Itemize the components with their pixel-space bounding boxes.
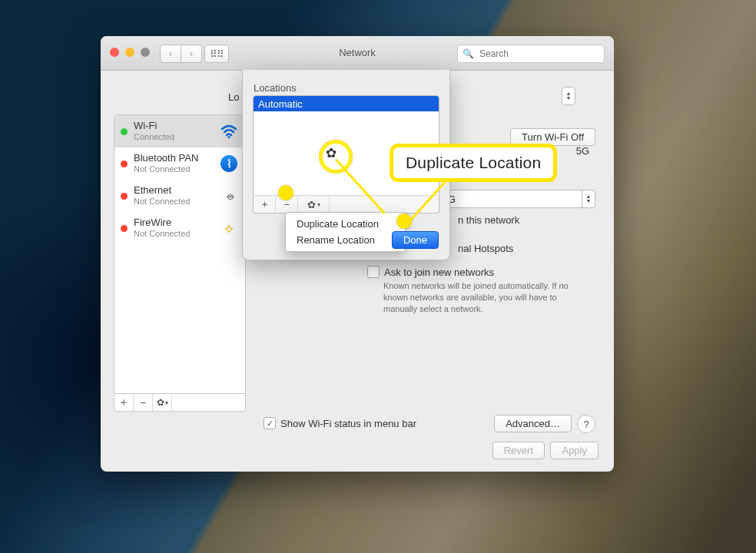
menu-item-duplicate[interactable]: Duplicate Location xyxy=(286,216,405,232)
services-sidebar: Wi-Fi Connected Bluetooth PAN Not Connec… xyxy=(114,114,246,412)
location-actions-menu: Duplicate Location Rename Location xyxy=(285,212,406,252)
status-dot xyxy=(121,193,128,200)
chevron-down-icon: ▾ xyxy=(165,399,168,406)
stepper-icon: ▲▼ xyxy=(582,190,595,207)
show-status-checkbox[interactable]: ✓ xyxy=(264,417,276,429)
search-input[interactable] xyxy=(478,48,599,60)
locations-label: Locations xyxy=(254,82,297,94)
fragment-text: 5G xyxy=(576,145,589,157)
revert-button[interactable]: Revert xyxy=(492,442,545,459)
turn-wifi-off-button[interactable]: Turn Wi-Fi Off xyxy=(510,128,595,146)
status-dot xyxy=(121,128,128,135)
annotation-highlight-dot xyxy=(278,185,293,200)
sidebar-item-status: Not Connected xyxy=(134,197,213,207)
apply-button[interactable]: Apply xyxy=(550,442,598,459)
annotation-callout-label: Duplicate Location xyxy=(393,147,553,178)
add-location-button[interactable]: ＋ xyxy=(254,196,276,213)
ask-to-join-checkbox[interactable] xyxy=(367,266,380,278)
show-status-label: Show Wi-Fi status in menu bar xyxy=(280,418,416,429)
location-row[interactable]: Automatic xyxy=(254,96,439,111)
sidebar-footer: ＋ − ✿ ▾ xyxy=(114,393,245,411)
search-field-wrap[interactable]: 🔍 xyxy=(457,45,605,63)
menu-item-rename[interactable]: Rename Location xyxy=(286,232,405,248)
sidebar-item-firewire[interactable]: FireWire Not Connected ⟡ xyxy=(114,212,245,244)
sidebar-item-bluetooth-pan[interactable]: Bluetooth PAN Not Connected ⌇ xyxy=(114,147,245,180)
fragment-text: n this network xyxy=(458,214,519,226)
help-icon: ? xyxy=(583,419,589,430)
add-service-button[interactable]: ＋ xyxy=(114,394,134,411)
location-label-fragment: Lo xyxy=(228,91,239,103)
sidebar-item-status: Not Connected xyxy=(134,229,213,239)
search-icon: 🔍 xyxy=(463,48,474,59)
bluetooth-icon: ⌇ xyxy=(219,154,239,174)
sidebar-item-label: Ethernet xyxy=(134,185,213,197)
sidebar-item-label: Wi-Fi xyxy=(134,121,213,132)
help-button[interactable]: ? xyxy=(577,415,595,433)
gear-icon: ✿ xyxy=(157,397,164,408)
gear-icon: ✿ xyxy=(326,145,337,161)
ask-to-join-help: Known networks will be joined automatica… xyxy=(383,280,575,315)
ethernet-icon: ‹··› xyxy=(219,186,239,206)
sidebar-item-wifi[interactable]: Wi-Fi Connected xyxy=(114,115,245,147)
firewire-icon: ⟡ xyxy=(219,218,239,238)
location-stepper[interactable]: ▲ ▼ xyxy=(562,87,575,105)
location-actions-button[interactable]: ✿ ▾ xyxy=(298,196,330,213)
fragment-text: nal Hotspots xyxy=(458,243,513,254)
annotation-highlight-dot xyxy=(396,214,412,229)
svg-point-0 xyxy=(227,136,230,138)
sidebar-item-label: Bluetooth PAN xyxy=(134,153,213,164)
chevron-down-icon: ▼ xyxy=(566,96,572,101)
show-status-row: ✓ Show Wi-Fi status in menu bar xyxy=(264,417,416,429)
ask-to-join-label: Ask to join new networks xyxy=(384,267,494,278)
chevron-down-icon: ▾ xyxy=(317,201,320,208)
titlebar: ‹ › ⠿⠿ Network 🔍 xyxy=(101,36,614,71)
network-name-select[interactable]: 8-5G ▲▼ xyxy=(426,190,595,208)
done-button[interactable]: Done xyxy=(392,231,439,249)
sidebar-item-status: Not Connected xyxy=(134,164,213,174)
status-dot xyxy=(121,161,128,167)
gear-icon: ✿ xyxy=(307,199,316,210)
remove-service-button[interactable]: − xyxy=(134,394,153,411)
sidebar-item-label: FireWire xyxy=(134,217,213,229)
advanced-button[interactable]: Advanced… xyxy=(494,415,572,432)
service-actions-button[interactable]: ✿ ▾ xyxy=(153,394,172,411)
ask-to-join-row: Ask to join new networks xyxy=(367,266,494,278)
preferences-window: ‹ › ⠿⠿ Network 🔍 Lo ▲ ▼ Wi-Fi Co xyxy=(101,36,614,472)
status-dot xyxy=(121,225,128,232)
sidebar-item-ethernet[interactable]: Ethernet Not Connected ‹··› xyxy=(114,180,245,212)
wifi-icon xyxy=(219,121,239,141)
sidebar-item-status: Connected xyxy=(134,132,213,142)
